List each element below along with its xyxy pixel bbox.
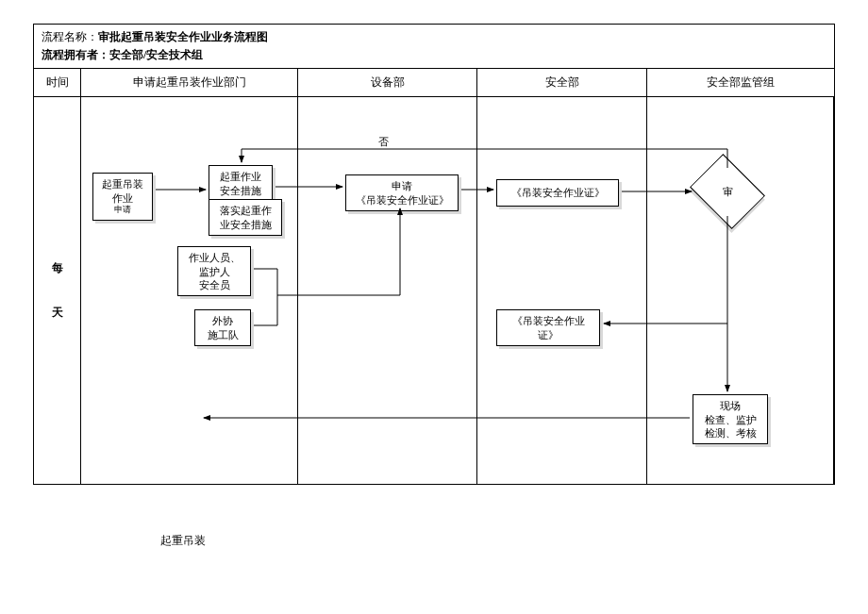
b6-l1: 申请 <box>352 179 452 192</box>
box-personnel: 作业人员、 监护人 安全员 <box>177 246 251 296</box>
b8-l1: 《吊装安全作业 <box>503 314 593 327</box>
box-apply-certificate: 申请 《吊装安全作业证》 <box>345 174 459 211</box>
box-certificate-2: 《吊装安全作业 证》 <box>496 309 600 346</box>
b4-l2: 监护人 <box>184 265 244 278</box>
owner: 安全部/安全技术组 <box>109 48 203 61</box>
label-process-name: 流程名称： <box>42 30 98 43</box>
swimlane-header: 时间 申请起重吊装作业部门 设备部 安全部 安全部监管组 <box>34 69 834 97</box>
label-no: 否 <box>378 135 389 149</box>
b4-l3: 安全员 <box>184 278 244 291</box>
b3-l2: 业安全措施 <box>215 218 275 231</box>
lane-safety <box>477 97 647 484</box>
box-onsite-inspection: 现场 检查、监护 检测、考核 <box>693 394 768 444</box>
lane-equip <box>298 97 477 484</box>
b1-l3: 申请 <box>99 205 146 216</box>
b6-l2: 《吊装安全作业证》 <box>352 193 452 207</box>
b5-l2: 施工队 <box>201 328 244 341</box>
diagram-container: 流程名称：审批起重吊装安全作业业务流程图 流程拥有者：安全部/安全技术组 时间 … <box>33 24 835 485</box>
box-safety-measures: 起重作业 安全措施 <box>209 165 273 202</box>
b7-text: 《吊装安全作业证》 <box>511 187 605 198</box>
header-block: 流程名称：审批起重吊装安全作业业务流程图 流程拥有者：安全部/安全技术组 <box>34 25 834 69</box>
b9-l2: 检查、监护 <box>699 413 761 426</box>
box-implement-measures: 落实起重作 业安全措施 <box>209 199 282 236</box>
col-header-safety: 安全部 <box>477 69 647 96</box>
col-header-apply: 申请起重吊装作业部门 <box>81 69 298 96</box>
b1-l1: 起重吊装 <box>99 177 146 191</box>
label-owner: 流程拥有者： <box>42 48 109 61</box>
b9-l3: 检测、考核 <box>699 426 761 440</box>
diagram-body: 每 天 起重吊装 作业 申请 起重作业 安全措施 落实起重作 业安全措施 <box>34 97 834 484</box>
process-name: 审批起重吊装安全作业业务流程图 <box>98 30 268 43</box>
time-line1: 每 <box>52 260 63 276</box>
b8-l2: 证》 <box>503 328 593 341</box>
box-start-request: 起重吊装 作业 申请 <box>92 173 153 220</box>
col-header-equip: 设备部 <box>298 69 477 96</box>
b2-l1: 起重作业 <box>215 170 266 183</box>
decision-text: 审 <box>723 185 733 199</box>
box-external-team: 外协 施工队 <box>194 309 251 346</box>
col-header-time: 时间 <box>34 69 81 96</box>
lane-time: 每 天 <box>34 97 81 484</box>
col-header-supervise: 安全部监管组 <box>647 69 834 96</box>
b5-l1: 外协 <box>201 314 244 327</box>
box-certificate: 《吊装安全作业证》 <box>496 179 619 206</box>
b9-l1: 现场 <box>699 399 761 412</box>
decision-review: 审 <box>694 168 760 215</box>
b3-l1: 落实起重作 <box>215 204 275 217</box>
b1-l2: 作业 <box>99 191 146 205</box>
b2-l2: 安全措施 <box>215 184 266 197</box>
b4-l1: 作业人员、 <box>184 251 244 264</box>
footer-text: 起重吊装 <box>160 533 206 549</box>
time-line2: 天 <box>52 305 63 321</box>
